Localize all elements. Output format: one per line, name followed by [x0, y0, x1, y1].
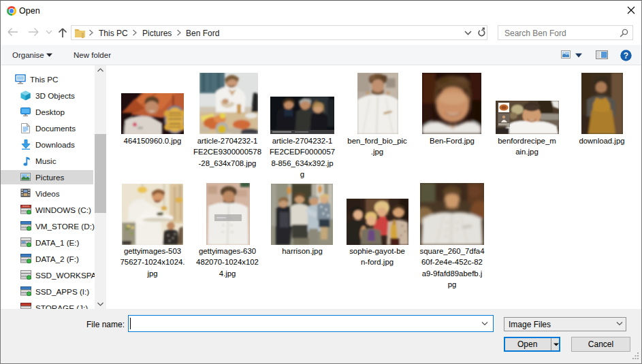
svg-text:?: ?: [624, 51, 628, 61]
